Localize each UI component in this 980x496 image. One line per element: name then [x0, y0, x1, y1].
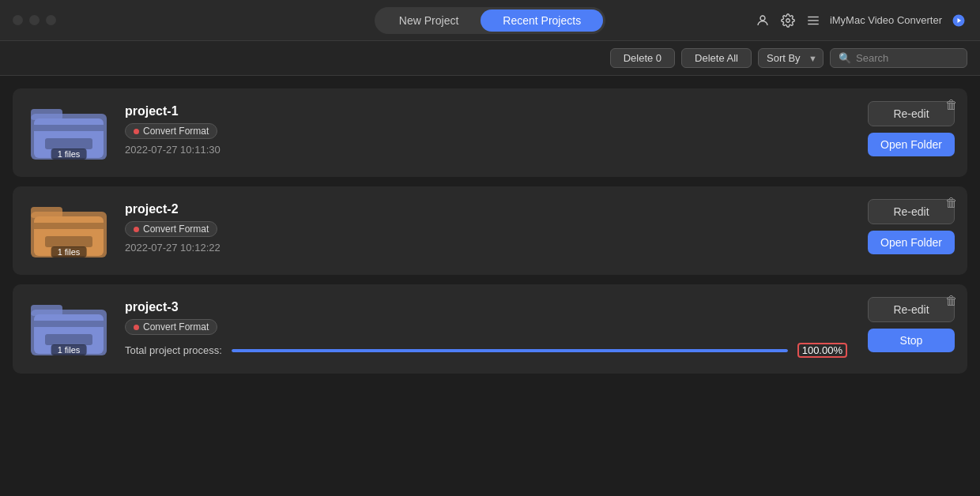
progress-bar-wrap [232, 349, 788, 352]
project-card: 🗑 1 files project-3 Convert Format [13, 284, 967, 374]
minimize-button[interactable] [29, 15, 40, 25]
progress-section: Total project process: 100.00% [125, 343, 847, 361]
progress-label: Total project process: [125, 344, 222, 356]
format-dot [134, 129, 139, 134]
progress-row: Total project process: 100.00% [125, 343, 847, 358]
files-badge: 1 files [51, 246, 87, 257]
re-edit-button[interactable]: Re-edit [868, 101, 955, 126]
svg-rect-18 [31, 305, 62, 316]
content-area: 🗑 1 files project-1 Convert Format 202 [0, 76, 980, 496]
svg-point-1 [786, 18, 790, 22]
files-badge: 1 files [51, 344, 87, 355]
progress-percentage: 100.00% [797, 343, 847, 358]
delete-button[interactable]: Delete 0 [610, 48, 675, 68]
stop-button[interactable]: Stop [868, 329, 955, 352]
search-icon: 🔍 [839, 52, 851, 64]
format-dot [134, 227, 139, 232]
svg-rect-16 [45, 236, 92, 247]
menu-icon[interactable] [805, 12, 822, 29]
app-name: iMyMac Video Converter [830, 14, 942, 26]
format-badge: Convert Format [125, 319, 217, 335]
format-badge: Convert Format [125, 221, 217, 237]
project-actions: Re-edit Open Folder [860, 101, 955, 156]
format-dot [134, 325, 139, 330]
trash-button[interactable]: 🗑 [945, 98, 958, 112]
open-folder-button[interactable]: Open Folder [868, 231, 955, 254]
tab-recent-projects[interactable]: Recent Projects [481, 9, 603, 32]
project-date: 2022-07-27 10:12:22 [125, 242, 847, 254]
svg-rect-20 [34, 321, 104, 327]
svg-rect-10 [34, 125, 104, 131]
app-logo-icon [950, 12, 967, 29]
svg-rect-21 [45, 334, 92, 345]
close-button[interactable] [13, 15, 23, 25]
project-date: 2022-07-27 10:11:30 [125, 144, 847, 156]
folder-icon: 1 files [25, 101, 112, 164]
delete-all-button[interactable]: Delete All [681, 48, 752, 68]
re-edit-button[interactable]: Re-edit [868, 297, 955, 322]
svg-rect-8 [31, 109, 62, 120]
search-box: 🔍 [830, 48, 967, 68]
trash-button[interactable]: 🗑 [945, 196, 958, 210]
sort-select[interactable]: Sort By [758, 48, 824, 68]
toolbar: Delete 0 Delete All Sort By ▼ 🔍 [0, 41, 980, 76]
progress-bar-fill [232, 349, 788, 352]
svg-point-0 [760, 16, 765, 21]
project-info: project-1 Convert Format 2022-07-27 10:1… [125, 101, 847, 156]
re-edit-button[interactable]: Re-edit [868, 199, 955, 224]
project-card: 🗑 1 files project-1 Convert Format 202 [13, 88, 967, 177]
maximize-button[interactable] [46, 15, 56, 25]
project-name: project-1 [125, 104, 847, 118]
traffic-lights [13, 15, 56, 25]
svg-rect-11 [45, 138, 92, 149]
folder-icon: 1 files [25, 199, 112, 262]
format-badge: Convert Format [125, 123, 217, 139]
svg-rect-13 [31, 207, 62, 218]
titlebar-right: iMyMac Video Converter [754, 12, 967, 29]
svg-rect-15 [34, 223, 104, 229]
project-info: project-2 Convert Format 2022-07-27 10:1… [125, 199, 847, 254]
project-actions: Re-edit Stop [860, 297, 955, 352]
settings-icon[interactable] [779, 12, 797, 29]
sort-wrapper: Sort By ▼ [758, 48, 824, 68]
tab-group: New Project Recent Projects [375, 7, 605, 34]
files-badge: 1 files [51, 148, 87, 160]
project-card: 🗑 1 files project-2 Convert Format 202 [13, 186, 967, 275]
trash-button[interactable]: 🗑 [945, 294, 958, 308]
search-input[interactable] [856, 52, 959, 64]
project-name: project-3 [125, 300, 847, 314]
project-actions: Re-edit Open Folder [860, 199, 955, 254]
folder-icon: 1 files [25, 297, 112, 360]
project-info: project-3 Convert Format Total project p… [125, 297, 847, 361]
open-folder-button[interactable]: Open Folder [868, 133, 955, 156]
tab-new-project[interactable]: New Project [377, 9, 481, 32]
project-name: project-2 [125, 202, 847, 216]
account-icon[interactable] [754, 12, 771, 29]
titlebar: New Project Recent Projects iMyMac Video… [0, 0, 980, 41]
